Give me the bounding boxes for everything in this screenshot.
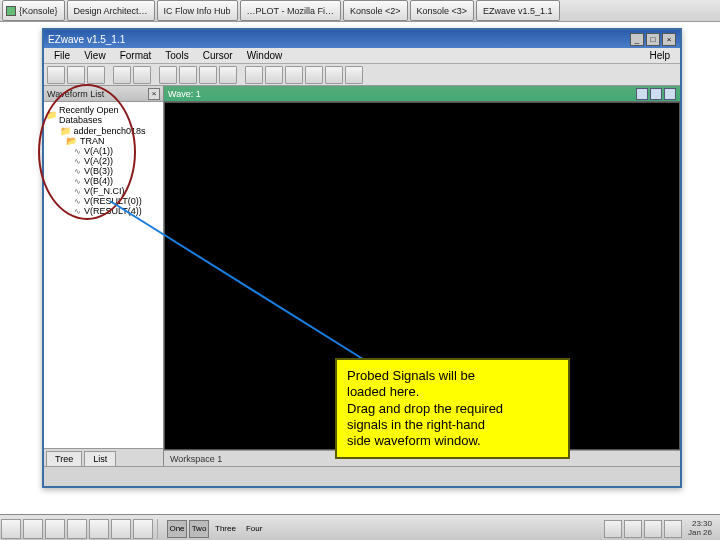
tree-root[interactable]: 📁 Recently Open Databases xyxy=(46,104,161,126)
signal-icon: ∿ xyxy=(74,197,81,206)
signal-item[interactable]: ∿V(A(2)) xyxy=(46,156,161,166)
signal-item[interactable]: ∿V(F_N.CI) xyxy=(46,186,161,196)
signal-icon: ∿ xyxy=(74,147,81,156)
menu-cursor[interactable]: Cursor xyxy=(197,50,239,61)
toolbar-button[interactable] xyxy=(265,66,283,84)
toolbar-button[interactable] xyxy=(345,66,363,84)
task-button[interactable]: IC Flow Info Hub xyxy=(157,0,238,21)
task-button[interactable]: …PLOT - Mozilla Fi… xyxy=(240,0,341,21)
panel-title: Waveform List × xyxy=(44,86,163,102)
tab-tree[interactable]: Tree xyxy=(46,451,82,466)
signal-tree[interactable]: 📁 Recently Open Databases 📁 adder_bench0… xyxy=(44,102,163,448)
launcher-button[interactable] xyxy=(89,519,109,539)
clock[interactable]: 23:30 Jan 26 xyxy=(684,520,716,538)
signal-item[interactable]: ∿V(RESULT(0)) xyxy=(46,196,161,206)
signal-item[interactable]: ∿V(RESULT(4)) xyxy=(46,206,161,216)
toolbar-button[interactable] xyxy=(219,66,237,84)
toolbar-button[interactable] xyxy=(159,66,177,84)
pager-cell[interactable]: One xyxy=(167,520,187,538)
toolbar-button[interactable] xyxy=(325,66,343,84)
signal-icon: ∿ xyxy=(74,177,81,186)
wave-min-button[interactable] xyxy=(636,88,648,100)
menu-file[interactable]: File xyxy=(48,50,76,61)
task-button[interactable]: Konsole <2> xyxy=(343,0,408,21)
launcher-button[interactable] xyxy=(45,519,65,539)
tray-icon[interactable] xyxy=(664,520,682,538)
toolbar-button[interactable] xyxy=(179,66,197,84)
maximize-button[interactable]: □ xyxy=(646,33,660,46)
toolbar-button[interactable] xyxy=(245,66,263,84)
toolbar-button[interactable] xyxy=(285,66,303,84)
signal-icon: ∿ xyxy=(74,167,81,176)
signal-item[interactable]: ∿V(B(4)) xyxy=(46,176,161,186)
menu-tools[interactable]: Tools xyxy=(159,50,194,61)
pager-label[interactable]: Three xyxy=(211,524,240,533)
panel-close-button[interactable]: × xyxy=(148,88,160,100)
annotation-box: Probed Signals will be loaded here. Drag… xyxy=(335,358,570,459)
start-button[interactable] xyxy=(1,519,21,539)
minimize-button[interactable]: _ xyxy=(630,33,644,46)
wave-max-button[interactable] xyxy=(650,88,662,100)
toolbar-button[interactable] xyxy=(133,66,151,84)
window-title: EZwave v1.5_1.1 xyxy=(48,34,125,45)
toolbar-button[interactable] xyxy=(199,66,217,84)
menu-window[interactable]: Window xyxy=(241,50,289,61)
signal-icon: ∿ xyxy=(74,187,81,196)
menu-help[interactable]: Help xyxy=(643,50,676,61)
desktop-taskbar: {Konsole} Design Architect… IC Flow Info… xyxy=(0,0,720,22)
task-button[interactable]: Konsole <3> xyxy=(410,0,475,21)
tab-list[interactable]: List xyxy=(84,451,116,466)
status-bar xyxy=(44,466,680,486)
signal-icon: ∿ xyxy=(74,207,81,216)
signal-item[interactable]: ∿V(B(3)) xyxy=(46,166,161,176)
tray-icon[interactable] xyxy=(624,520,642,538)
launcher-button[interactable] xyxy=(23,519,43,539)
titlebar[interactable]: EZwave v1.5_1.1 _ □ × xyxy=(44,30,680,48)
launcher-button[interactable] xyxy=(133,519,153,539)
signal-item[interactable]: ∿V(A(1)) xyxy=(46,146,161,156)
panel-tabs: Tree List xyxy=(44,448,163,466)
pager-label[interactable]: Four xyxy=(242,524,266,533)
signal-icon: ∿ xyxy=(74,157,81,166)
tray-icon[interactable] xyxy=(644,520,662,538)
desktop-bottom-taskbar: One Two Three Four 23:30 Jan 26 xyxy=(0,514,720,540)
task-button[interactable]: Design Architect… xyxy=(67,0,155,21)
wave-close-button[interactable] xyxy=(664,88,676,100)
launcher-button[interactable] xyxy=(111,519,131,539)
task-button[interactable]: EZwave v1.5_1.1 xyxy=(476,0,560,21)
toolbar-button[interactable] xyxy=(47,66,65,84)
tree-db[interactable]: 📁 adder_bench018s xyxy=(46,126,161,136)
toolbar xyxy=(44,64,680,86)
tray-icon[interactable] xyxy=(604,520,622,538)
menubar: File View Format Tools Cursor Window Hel… xyxy=(44,48,680,64)
desktop-pager[interactable]: One Two Three Four xyxy=(167,520,266,538)
toolbar-button[interactable] xyxy=(87,66,105,84)
wave-header[interactable]: Wave: 1 xyxy=(164,86,680,102)
launcher-button[interactable] xyxy=(67,519,87,539)
pager-cell[interactable]: Two xyxy=(189,520,209,538)
toolbar-button[interactable] xyxy=(113,66,131,84)
close-button[interactable]: × xyxy=(662,33,676,46)
toolbar-button[interactable] xyxy=(67,66,85,84)
menu-view[interactable]: View xyxy=(78,50,112,61)
signal-list-panel: Waveform List × 📁 Recently Open Database… xyxy=(44,86,164,466)
toolbar-button[interactable] xyxy=(305,66,323,84)
menu-format[interactable]: Format xyxy=(114,50,158,61)
tree-analysis[interactable]: 📂 TRAN xyxy=(46,136,161,146)
task-button[interactable]: {Konsole} xyxy=(2,0,65,21)
